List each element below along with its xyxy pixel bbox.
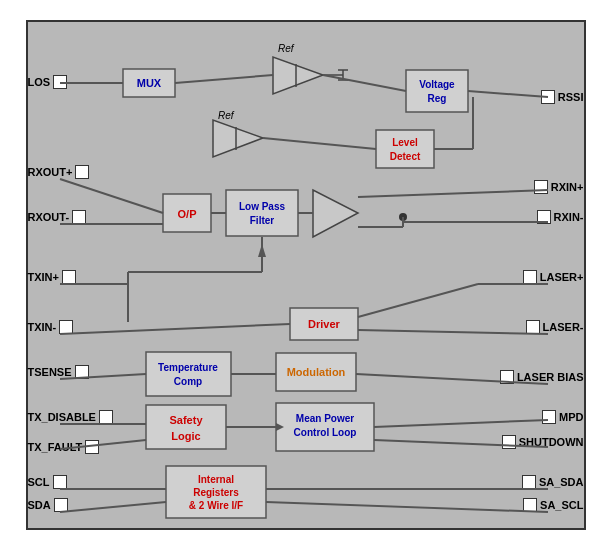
svg-line-55 <box>358 190 548 197</box>
svg-line-64 <box>358 330 548 334</box>
svg-text:Internal: Internal <box>197 474 233 485</box>
svg-text:Control Loop: Control Loop <box>293 427 356 438</box>
svg-text:Mean Power: Mean Power <box>295 413 353 424</box>
svg-marker-25 <box>313 190 358 237</box>
svg-text:Ref: Ref <box>218 110 235 121</box>
svg-text:Registers: Registers <box>193 487 239 498</box>
svg-text:Low Pass: Low Pass <box>238 201 285 212</box>
svg-line-51 <box>60 179 163 213</box>
svg-line-65 <box>60 374 146 379</box>
svg-marker-12 <box>213 120 263 157</box>
svg-line-73 <box>374 440 548 447</box>
svg-rect-34 <box>146 405 226 449</box>
svg-text:Level: Level <box>392 137 418 148</box>
svg-line-67 <box>356 374 548 384</box>
svg-line-45 <box>175 75 273 83</box>
svg-text:Temperature: Temperature <box>158 362 218 373</box>
svg-text:Comp: Comp <box>173 376 201 387</box>
svg-line-77 <box>266 502 548 512</box>
svg-line-46 <box>323 75 406 91</box>
svg-text:Modulation: Modulation <box>286 366 345 378</box>
svg-text:O/P: O/P <box>177 208 196 220</box>
svg-line-72 <box>374 420 548 427</box>
svg-rect-20 <box>226 190 298 236</box>
diagram-svg: MUX Voltage Reg Ref Ref Level Detect O/P… <box>28 22 588 532</box>
svg-text:MUX: MUX <box>136 77 161 89</box>
svg-marker-5 <box>273 57 323 94</box>
svg-rect-2 <box>406 70 468 112</box>
svg-text:Ref: Ref <box>278 43 295 54</box>
svg-text:Logic: Logic <box>171 430 200 442</box>
svg-text:Safety: Safety <box>169 414 203 426</box>
svg-text:Reg: Reg <box>427 93 446 104</box>
svg-text:Detect: Detect <box>389 151 420 162</box>
svg-text:Driver: Driver <box>308 318 341 330</box>
svg-text:& 2 Wire I/F: & 2 Wire I/F <box>188 500 242 511</box>
svg-line-61 <box>60 324 290 334</box>
svg-rect-29 <box>146 352 231 396</box>
svg-line-47 <box>468 91 548 97</box>
svg-rect-15 <box>376 130 434 168</box>
svg-line-48 <box>263 138 376 149</box>
svg-line-62 <box>358 284 478 317</box>
block-diagram: LOS RXOUT+ RXOUT- TXIN+ TXIN- TSENSE TX_… <box>26 20 586 530</box>
svg-text:Filter: Filter <box>249 215 274 226</box>
svg-text:Voltage: Voltage <box>419 79 455 90</box>
svg-line-75 <box>60 502 166 512</box>
svg-line-69 <box>60 440 146 449</box>
